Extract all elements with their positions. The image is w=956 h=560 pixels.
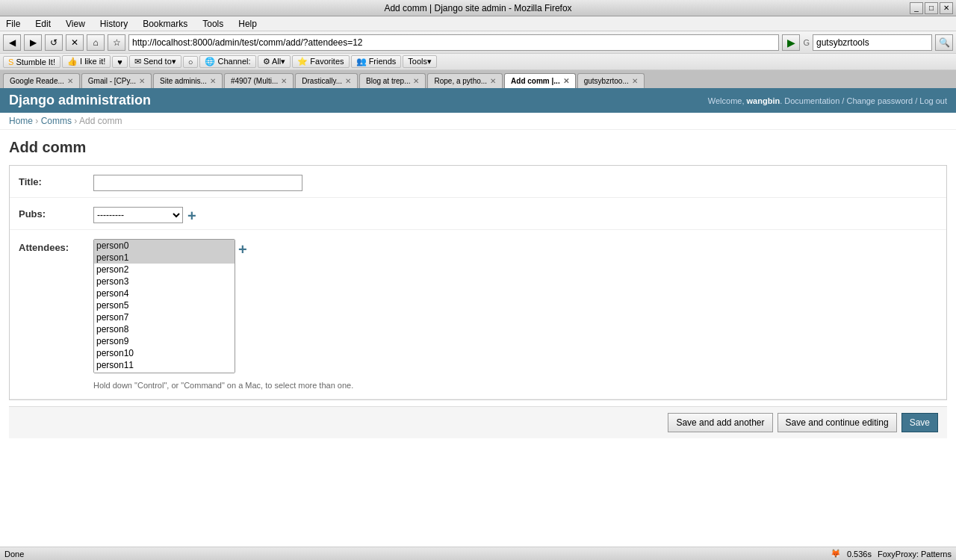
all-bookmark[interactable]: ⚙ All▾	[258, 55, 291, 68]
tools-bookmark[interactable]: Tools▾	[403, 55, 437, 68]
tab-0[interactable]: Google Reade...✕	[3, 73, 80, 88]
attendees-select[interactable]: person0 person1 person2 person3 person4 …	[93, 239, 235, 373]
address-bar[interactable]	[128, 34, 779, 51]
tabs-bar: Google Reade...✕ Gmail - [CPy...✕ Site a…	[0, 70, 956, 88]
change-password-link[interactable]: Change password	[846, 96, 913, 105]
pubs-select[interactable]: ---------	[93, 207, 183, 223]
browser-title: Add comm | Django site admin - Mozilla F…	[384, 3, 571, 13]
username: wangbin	[747, 96, 780, 105]
back-button[interactable]: ◀	[3, 34, 21, 51]
favorites-bookmark[interactable]: ⭐ Favorites	[292, 55, 349, 68]
browser-titlebar: Add comm | Django site admin - Mozilla F…	[0, 0, 956, 16]
documentation-link[interactable]: Documentation	[784, 96, 839, 105]
tab-5[interactable]: Blog at trep...✕	[359, 73, 426, 88]
menu-help[interactable]: Help	[235, 18, 260, 30]
bookmarks-bar: S Stumble It! 👍 I like it! ♥ ✉ Send to▾ …	[0, 54, 956, 70]
attendees-option-9: person10	[94, 347, 235, 359]
attendees-option-2: person2	[94, 264, 235, 276]
home-button[interactable]: ⌂	[87, 34, 105, 51]
add-comm-form: Title: Pubs: --------- + Attendees:	[9, 165, 947, 400]
breadcrumb-home[interactable]: Home	[9, 116, 33, 126]
save-button[interactable]: Save	[901, 413, 938, 432]
sendto-bookmark[interactable]: ✉ Send to▾	[129, 55, 181, 68]
pubs-row: Pubs: --------- +	[10, 198, 946, 230]
heart-bookmark[interactable]: ♥	[112, 56, 128, 68]
attendees-row: Attendees: person0 person1 person2 perso…	[10, 230, 946, 399]
circle-bookmark[interactable]: ○	[183, 56, 199, 68]
stop-button[interactable]: ✕	[66, 34, 84, 51]
tab-7[interactable]: Add comm |...✕	[504, 73, 576, 88]
save-add-another-button[interactable]: Save and add another	[668, 413, 772, 432]
title-label: Title:	[19, 172, 93, 187]
site-title: Django administration	[9, 93, 151, 108]
django-content: Home › Comms › Add comm Add comm Title: …	[0, 113, 956, 447]
menu-edit[interactable]: Edit	[32, 18, 54, 30]
channel-bookmark[interactable]: 🌐 Channel:	[199, 55, 255, 68]
page-title: Add comm	[9, 139, 947, 156]
tab-2[interactable]: Site adminis...✕	[153, 73, 223, 88]
pubs-field: --------- +	[93, 204, 937, 223]
attendees-option-7: person8	[94, 323, 235, 335]
browser-menubar: File Edit View History Bookmarks Tools H…	[0, 16, 956, 31]
window-controls: _ □ ✕	[910, 2, 953, 14]
search-input[interactable]	[813, 34, 932, 51]
submit-row: Save and add another Save and continue e…	[9, 406, 947, 438]
breadcrumb-section[interactable]: Comms	[41, 116, 72, 126]
stumble-bookmark[interactable]: S Stumble It!	[3, 56, 60, 68]
attendees-hint: Hold down "Control", or "Command" on a M…	[93, 381, 353, 390]
logout-link[interactable]: Log out	[919, 96, 947, 105]
header-links: Welcome, wangbin. Documentation / Change…	[708, 96, 947, 105]
welcome-text: Welcome,	[708, 96, 745, 105]
breadcrumb-current: Add comm	[79, 116, 122, 126]
bookmark-button[interactable]: ☆	[108, 34, 125, 51]
menu-bookmarks[interactable]: Bookmarks	[140, 18, 190, 30]
attendees-option-3: person3	[94, 276, 235, 287]
minimize-button[interactable]: _	[910, 2, 923, 14]
title-input[interactable]	[93, 175, 302, 191]
attendees-option-5: person5	[94, 299, 235, 311]
tab-6[interactable]: Rope, a pytho...✕	[427, 73, 503, 88]
forward-button[interactable]: ▶	[24, 34, 42, 51]
attendees-field: person0 person1 person2 person3 person4 …	[93, 236, 937, 390]
attendees-select-row: person0 person1 person2 person3 person4 …	[93, 239, 247, 373]
title-field	[93, 172, 937, 191]
pubs-label: Pubs:	[19, 204, 93, 220]
attendees-option-4: person4	[94, 287, 235, 299]
attendees-option-0: person0	[94, 240, 235, 252]
restore-button[interactable]: □	[925, 2, 938, 14]
menu-file[interactable]: File	[3, 18, 23, 30]
browser-toolbar: ◀ ▶ ↺ ✕ ⌂ ☆ ▶ G 🔍	[0, 31, 956, 54]
close-button[interactable]: ✕	[940, 2, 953, 14]
attendees-option-11: person12	[94, 371, 235, 373]
search-label: G	[803, 38, 810, 47]
attendees-label: Attendees:	[19, 236, 93, 253]
page-content: Add comm Title: Pubs: --------- +	[0, 130, 956, 447]
django-header: Django administration Welcome, wangbin. …	[0, 88, 956, 113]
reload-button[interactable]: ↺	[45, 34, 63, 51]
django-admin: Django administration Welcome, wangbin. …	[0, 88, 956, 113]
menu-history[interactable]: History	[97, 18, 131, 30]
save-continue-button[interactable]: Save and continue editing	[777, 413, 897, 432]
breadcrumb: Home › Comms › Add comm	[0, 113, 956, 130]
title-row: Title:	[10, 166, 946, 198]
attendees-option-1: person1	[94, 252, 235, 264]
menu-view[interactable]: View	[63, 18, 88, 30]
pubs-add-button[interactable]: +	[187, 208, 196, 223]
tab-4[interactable]: Drastically...✕	[295, 73, 358, 88]
friends-bookmark[interactable]: 👥 Friends	[351, 55, 402, 68]
tab-1[interactable]: Gmail - [CPy...✕	[81, 73, 152, 88]
go-button[interactable]: ▶	[782, 34, 800, 51]
tab-3[interactable]: #4907 (Multi...✕	[224, 73, 294, 88]
attendees-add-button[interactable]: +	[238, 242, 247, 257]
menu-tools[interactable]: Tools	[199, 18, 226, 30]
tab-8[interactable]: gutsybzrtoo...✕	[577, 73, 645, 88]
attendees-option-8: person9	[94, 335, 235, 347]
ilike-bookmark[interactable]: 👍 I like it!	[62, 55, 111, 68]
attendees-option-6: person7	[94, 311, 235, 323]
attendees-option-10: person11	[94, 359, 235, 371]
search-go-button[interactable]: 🔍	[935, 34, 953, 51]
